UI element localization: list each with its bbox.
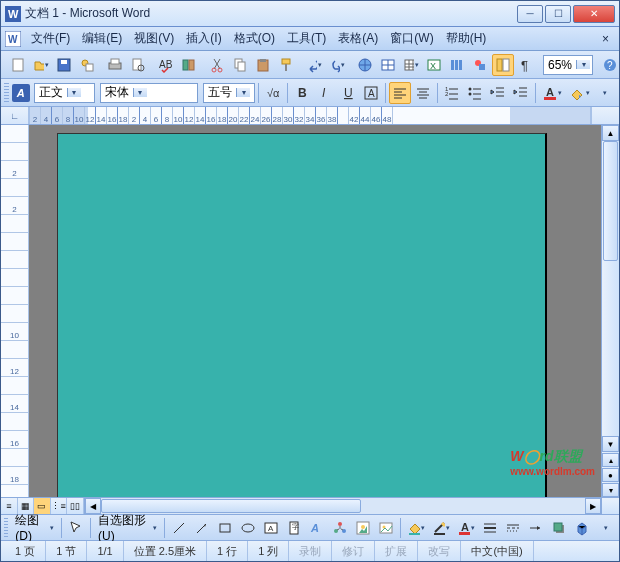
toolbar-options-button[interactable]: ▾ (594, 517, 616, 539)
draw-menu[interactable]: 绘图(D)▾ (11, 512, 58, 543)
autoshapes-menu[interactable]: 自选图形(U)▾ (94, 512, 162, 543)
menu-format[interactable]: 格式(O) (228, 28, 281, 49)
menu-view[interactable]: 视图(V) (128, 28, 180, 49)
menu-edit[interactable]: 编辑(E) (76, 28, 128, 49)
status-lang[interactable]: 中文(中国) (461, 541, 533, 561)
scroll-up-button[interactable]: ▲ (602, 125, 619, 141)
menu-file[interactable]: 文件(F) (25, 28, 76, 49)
close-button[interactable]: ✕ (573, 5, 615, 23)
word-doc-icon[interactable]: W (5, 31, 21, 47)
format-painter-button[interactable] (275, 54, 297, 76)
toolbar-grip[interactable] (4, 83, 9, 103)
diagram-button[interactable] (329, 517, 351, 539)
char-border-button[interactable]: A (360, 82, 382, 104)
3d-button[interactable] (571, 517, 593, 539)
align-left-button[interactable] (389, 82, 411, 104)
columns-button[interactable] (446, 54, 468, 76)
status-ext[interactable]: 扩展 (375, 541, 418, 561)
reading-view-button[interactable]: ▯▯ (67, 498, 84, 514)
print-preview-button[interactable] (127, 54, 149, 76)
close-doc-button[interactable]: × (596, 32, 615, 46)
bullets-button[interactable] (464, 82, 486, 104)
numbering-button[interactable]: 12 (441, 82, 463, 104)
font-size-combo[interactable]: 五号▾ (203, 83, 254, 103)
prev-page-button[interactable]: ▴ (602, 453, 619, 467)
show-marks-button[interactable]: ¶ (515, 54, 537, 76)
status-rec[interactable]: 录制 (289, 541, 332, 561)
char-shading-button[interactable]: ▾ (566, 82, 593, 104)
decrease-indent-button[interactable] (487, 82, 509, 104)
insert-worksheet-button[interactable]: X (423, 54, 445, 76)
vscroll-thumb[interactable] (603, 141, 618, 261)
shadow-button[interactable] (548, 517, 570, 539)
menu-insert[interactable]: 插入(I) (180, 28, 227, 49)
line-style-button[interactable] (479, 517, 501, 539)
align-center-button[interactable] (412, 82, 434, 104)
insert-hyperlink-button[interactable] (354, 54, 376, 76)
font-color-button[interactable]: A▾ (539, 82, 566, 104)
tables-borders-button[interactable] (377, 54, 399, 76)
zoom-combo[interactable]: 65%▾ (543, 55, 593, 75)
horizontal-ruler[interactable]: 2468101214161824681012141618202224262830… (29, 107, 591, 124)
copy-button[interactable] (229, 54, 251, 76)
maximize-button[interactable]: ☐ (545, 5, 571, 23)
permission-button[interactable] (76, 54, 98, 76)
next-page-button[interactable]: ▾ (602, 483, 619, 497)
spellcheck-button[interactable]: AB (155, 54, 177, 76)
save-button[interactable] (53, 54, 75, 76)
toolbar-options-button[interactable]: ▾ (594, 82, 616, 104)
menu-table[interactable]: 表格(A) (332, 28, 384, 49)
cut-button[interactable] (206, 54, 228, 76)
vertical-textbox-button[interactable]: 字 (283, 517, 305, 539)
insert-table-button[interactable]: ▾ (400, 54, 422, 76)
menu-tools[interactable]: 工具(T) (281, 28, 332, 49)
vertical-ruler[interactable]: 221012141618202224 (1, 125, 29, 497)
page-canvas[interactable] (57, 133, 547, 497)
italic-button[interactable]: I (314, 82, 336, 104)
styles-pane-icon[interactable]: A (12, 84, 30, 102)
style-combo[interactable]: 正文▾ (34, 83, 95, 103)
wordart-button[interactable]: A (306, 517, 328, 539)
select-browse-object-button[interactable]: ● (602, 468, 619, 482)
menu-help[interactable]: 帮助(H) (440, 28, 493, 49)
print-button[interactable] (104, 54, 126, 76)
minimize-button[interactable]: ─ (517, 5, 543, 23)
document-area[interactable]: W◯rd联盟 www.wordlm.com (29, 125, 601, 497)
horizontal-scrollbar[interactable]: ◀ ▶ (85, 498, 619, 514)
vertical-scrollbar[interactable]: ▲ ▼ ▴ ● ▾ (601, 125, 619, 497)
select-objects-button[interactable] (65, 517, 87, 539)
fill-color-button[interactable]: ▾ (404, 517, 428, 539)
increase-indent-button[interactable] (510, 82, 532, 104)
status-rev[interactable]: 修订 (332, 541, 375, 561)
undo-button[interactable]: ▾ (303, 54, 325, 76)
hscroll-thumb[interactable] (101, 499, 361, 513)
new-doc-button[interactable] (7, 54, 29, 76)
drawing-toolbar-button[interactable] (469, 54, 491, 76)
line-button[interactable] (168, 517, 190, 539)
insert-picture-button[interactable] (375, 517, 397, 539)
scroll-right-button[interactable]: ▶ (585, 498, 601, 514)
redo-button[interactable]: ▾ (326, 54, 348, 76)
research-button[interactable] (178, 54, 200, 76)
line-color-button[interactable]: ▾ (429, 517, 453, 539)
oval-button[interactable] (237, 517, 259, 539)
menu-window[interactable]: 窗口(W) (384, 28, 439, 49)
underline2-button[interactable]: U (337, 82, 359, 104)
rectangle-button[interactable] (214, 517, 236, 539)
open-button[interactable]: ▾ (30, 54, 52, 76)
tab-selector[interactable]: ∟ (1, 107, 29, 124)
dash-style-button[interactable] (502, 517, 524, 539)
font-color2-button[interactable]: A▾ (454, 517, 478, 539)
font-combo[interactable]: 宋体▾ (100, 83, 199, 103)
textbox-button[interactable]: A (260, 517, 282, 539)
equation-button[interactable]: √α (262, 82, 284, 104)
bold-button[interactable]: B (291, 82, 313, 104)
toolbar-grip[interactable] (4, 518, 8, 538)
paste-button[interactable] (252, 54, 274, 76)
document-map-button[interactable] (492, 54, 514, 76)
status-ovr[interactable]: 改写 (418, 541, 461, 561)
help-button[interactable]: ? (599, 54, 620, 76)
scroll-down-button[interactable]: ▼ (602, 436, 619, 452)
arrow-style-button[interactable] (525, 517, 547, 539)
clipart-button[interactable] (352, 517, 374, 539)
